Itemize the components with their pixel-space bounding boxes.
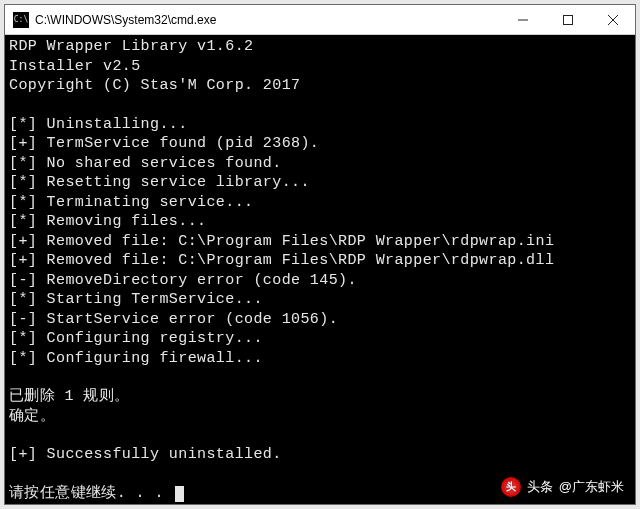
watermark-prefix: 头条 <box>527 478 553 496</box>
svg-rect-1 <box>563 15 572 24</box>
terminal-line: 确定。 <box>9 407 631 427</box>
terminal-line: [+] Removed file: C:\Program Files\RDP W… <box>9 232 631 252</box>
terminal-output[interactable]: RDP Wrapper Library v1.6.2Installer v2.5… <box>5 35 635 504</box>
cursor-icon <box>175 486 184 502</box>
terminal-line <box>9 368 631 387</box>
terminal-line: [+] Successfully uninstalled. <box>9 445 631 465</box>
cmd-icon: C:\ <box>13 12 29 28</box>
terminal-line: Installer v2.5 <box>9 57 631 77</box>
terminal-line: [+] Removed file: C:\Program Files\RDP W… <box>9 251 631 271</box>
window-controls <box>500 5 635 34</box>
terminal-line: [-] RemoveDirectory error (code 145). <box>9 271 631 291</box>
terminal-line: [-] StartService error (code 1056). <box>9 310 631 330</box>
titlebar[interactable]: C:\ C:\WINDOWS\System32\cmd.exe <box>5 5 635 35</box>
maximize-button[interactable] <box>545 5 590 34</box>
terminal-line: [*] Starting TermService... <box>9 290 631 310</box>
terminal-line: RDP Wrapper Library v1.6.2 <box>9 37 631 57</box>
terminal-line: [+] TermService found (pid 2368). <box>9 134 631 154</box>
watermark: 头 头条 @广东虾米 <box>501 477 624 497</box>
minimize-button[interactable] <box>500 5 545 34</box>
watermark-logo-icon: 头 <box>501 477 521 497</box>
terminal-line: [*] No shared services found. <box>9 154 631 174</box>
watermark-author: @广东虾米 <box>559 478 624 496</box>
window-title: C:\WINDOWS\System32\cmd.exe <box>35 13 500 27</box>
terminal-line: [*] Configuring registry... <box>9 329 631 349</box>
terminal-line: Copyright (C) Stas'M Corp. 2017 <box>9 76 631 96</box>
terminal-line: [*] Terminating service... <box>9 193 631 213</box>
close-button[interactable] <box>590 5 635 34</box>
cmd-window: C:\ C:\WINDOWS\System32\cmd.exe RDP Wrap… <box>4 4 636 505</box>
terminal-line <box>9 426 631 445</box>
terminal-line: [*] Uninstalling... <box>9 115 631 135</box>
terminal-line: [*] Resetting service library... <box>9 173 631 193</box>
terminal-line <box>9 96 631 115</box>
terminal-line: [*] Configuring firewall... <box>9 349 631 369</box>
terminal-line: 已删除 1 规则。 <box>9 387 631 407</box>
terminal-line: [*] Removing files... <box>9 212 631 232</box>
